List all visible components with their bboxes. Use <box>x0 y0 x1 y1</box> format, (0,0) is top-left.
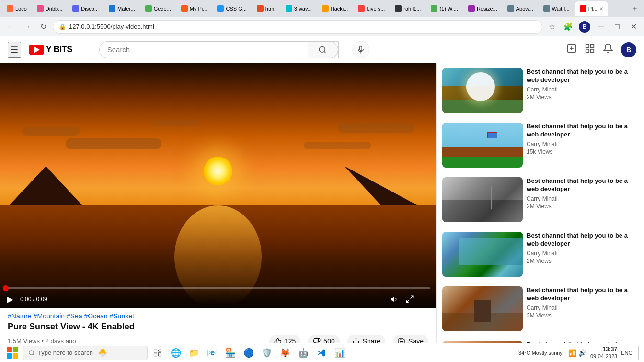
show-desktop-button[interactable] <box>638 346 640 360</box>
save-button[interactable]: Save <box>393 335 428 343</box>
taskbar-search[interactable]: Type here to search 🐣 <box>23 346 148 360</box>
language-indicator: ENG <box>621 350 632 356</box>
bell-icon <box>603 43 613 54</box>
tab-3way[interactable]: 3 way... <box>281 1 317 16</box>
tab-loco[interactable]: Loco <box>2 1 32 16</box>
sidebar-card-4[interactable]: Best channel that help you to be a web d… <box>437 227 642 282</box>
card-views-4: 2M Views <box>527 258 636 264</box>
new-tab-button[interactable]: ＋ <box>632 4 638 13</box>
card-info-3: Best channel that help you to be a web d… <box>527 177 636 222</box>
win-quad-3 <box>7 353 12 359</box>
apps-button[interactable] <box>585 43 595 56</box>
search-input[interactable] <box>100 42 308 58</box>
forward-button[interactable]: → <box>20 20 34 34</box>
tab-label-html: html <box>265 6 276 11</box>
video-info: #Nature #Mountain #Sea #Ocean #Sunset Pu… <box>0 308 436 343</box>
chrome-button[interactable]: 🔵 <box>242 346 256 360</box>
progress-thumb <box>3 285 9 291</box>
logo-icon <box>29 45 44 55</box>
time-display: 0:00 / 0:09 <box>20 296 47 303</box>
card-thumbnail-4 <box>442 232 523 277</box>
tab-dribble[interactable]: Dribb... <box>32 1 67 16</box>
tab-css[interactable]: CSS G... <box>212 1 251 16</box>
explorer-button[interactable]: 📁 <box>187 346 201 360</box>
upload-button[interactable] <box>566 43 577 56</box>
sidebar-card-3[interactable]: Best channel that help you to be a web d… <box>437 172 642 227</box>
menu-button[interactable]: ☰ <box>8 42 21 58</box>
mic-button[interactable] <box>352 41 369 58</box>
vpn-button[interactable]: 🛡️ <box>260 346 274 360</box>
sidebar-card-5[interactable]: Best channel that help you to be a web d… <box>437 282 642 336</box>
tab-material[interactable]: Mater... <box>104 1 140 16</box>
sidebar: Best channel that help you to be a web d… <box>436 63 642 343</box>
search-icon <box>318 45 327 54</box>
sidebar-card-1[interactable]: Best channel that help you to be a web d… <box>437 63 642 118</box>
refresh-button[interactable]: ↻ <box>36 20 50 34</box>
user-avatar[interactable]: B <box>621 42 636 57</box>
volume-button[interactable] <box>389 294 400 305</box>
card-views-1: 2M Views <box>527 94 636 101</box>
fullscreen-icon <box>405 295 414 304</box>
minimize-button[interactable]: ─ <box>594 20 608 34</box>
tab-label-livest: Live s... <box>367 6 385 11</box>
video-frame <box>0 63 436 308</box>
tab-play[interactable]: Pl... ✕ <box>575 1 608 16</box>
card-views-3: 2M Views <box>527 203 636 210</box>
tab-apow[interactable]: Apow... <box>503 1 538 16</box>
back-button[interactable]: ← <box>4 20 17 34</box>
tab-discord[interactable]: Disco... <box>68 1 104 16</box>
card-thumbnail-3 <box>442 177 523 222</box>
svg-point-15 <box>29 350 34 354</box>
sidebar-card-2[interactable]: Best channel that help you to be a web d… <box>437 118 642 172</box>
extensions-button[interactable]: 🧩 <box>562 20 575 34</box>
sound-icon: 🔊 <box>578 349 586 357</box>
tab-mypi[interactable]: My Pi... <box>176 1 212 16</box>
ai-button[interactable]: 🤖 <box>296 346 310 360</box>
vscode-icon <box>317 349 326 357</box>
video-display: ▶ 0:00 / 0:09 <box>0 63 436 308</box>
tab-label-3way: 3 way... <box>294 6 312 11</box>
logo-play-icon <box>34 46 40 53</box>
play-button[interactable]: ▶ <box>6 293 14 305</box>
tab-rahil[interactable]: rahil1... <box>390 1 426 16</box>
tab-resize[interactable]: Resize... <box>463 1 502 16</box>
notification-button[interactable] <box>603 43 613 56</box>
logo[interactable]: Y BITS <box>29 45 72 55</box>
tab-hacki[interactable]: Hacki... <box>317 1 353 16</box>
card-views-2: 15k Views <box>527 148 636 155</box>
video-meta-row: 1.5M Views • 2 days ago 125 <box>8 335 428 343</box>
tab-livest[interactable]: Live s... <box>353 1 390 16</box>
close-window-button[interactable]: ✕ <box>627 20 640 34</box>
share-button[interactable]: Share <box>347 335 385 343</box>
search-button[interactable] <box>308 41 338 58</box>
powerpoint-button[interactable]: 📊 <box>333 346 347 360</box>
like-button[interactable]: 125 <box>269 335 300 343</box>
taskbar-time[interactable]: 13:37 09-04-2023 <box>590 346 617 360</box>
maximize-button[interactable]: □ <box>610 20 624 34</box>
mail-button[interactable]: 📧 <box>205 346 219 360</box>
card-channel-2: Carry Minati <box>527 141 636 147</box>
tab-close-play[interactable]: ✕ <box>599 6 603 11</box>
address-bar[interactable]: 🔒 127.0.0.1:5500/play-video.html <box>53 20 542 34</box>
firefox-button[interactable]: 🦊 <box>278 346 292 360</box>
tab-1wi[interactable]: (1) Wi... <box>426 1 463 16</box>
fullscreen-button[interactable] <box>404 294 415 305</box>
edge-taskbar-button[interactable]: 🌐 <box>169 346 183 360</box>
more-options-button[interactable]: ⋮ <box>420 293 430 305</box>
task-view-button[interactable] <box>150 346 165 360</box>
card-info-4: Best channel that help you to be a web d… <box>527 232 636 277</box>
store-button[interactable]: 🏪 <box>223 346 238 360</box>
svg-line-13 <box>406 300 409 302</box>
tab-label-material: Mater... <box>117 6 135 11</box>
tab-html[interactable]: html <box>252 1 280 16</box>
vscode-button[interactable] <box>314 346 329 360</box>
dislike-button[interactable]: 500 <box>308 335 339 343</box>
tab-gege[interactable]: Gege... <box>140 1 176 16</box>
svg-rect-10 <box>591 49 594 52</box>
progress-bar[interactable] <box>6 287 430 289</box>
tab-wait[interactable]: Wait f... <box>539 1 575 16</box>
start-button[interactable] <box>4 344 21 362</box>
sidebar-card-6[interactable]: Best channel that help you to be a web d… <box>437 336 642 343</box>
profile-button[interactable]: B <box>578 20 591 34</box>
bookmark-button[interactable]: ☆ <box>545 20 559 34</box>
